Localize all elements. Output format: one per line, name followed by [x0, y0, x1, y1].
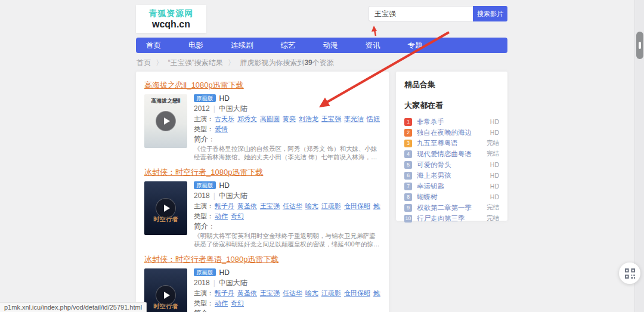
actor-link[interactable]: 刘浩龙	[299, 115, 318, 122]
search-input[interactable]	[369, 6, 473, 21]
play-icon[interactable]	[156, 285, 176, 305]
ranking-title-link[interactable]: 幸运钥匙	[417, 182, 488, 191]
ranking-status: HD	[490, 118, 499, 125]
nav-item-专题[interactable]: 专题	[408, 41, 423, 51]
ranking-title-link[interactable]: 现代爱情恋曲粤语	[417, 150, 484, 159]
actor-link[interactable]: 王宝强	[260, 202, 280, 209]
actors-label: 主演：	[194, 115, 213, 122]
ranking-title-link[interactable]: 非常杀手	[417, 118, 488, 126]
actors-row: 主演：古天乐郑秀文高圆圆黄奕刘浩龙王宝强李光洁恬妞	[194, 115, 380, 123]
nav-item-资讯[interactable]: 资讯	[366, 41, 380, 51]
poster-thumbnail[interactable]: 时空行者	[144, 181, 187, 235]
actor-link[interactable]: 李光洁	[344, 115, 364, 122]
poster-thumbnail[interactable]: 时空行者	[144, 268, 187, 312]
quality-label: HD	[219, 181, 230, 190]
divider: |	[213, 279, 215, 287]
breadcrumb-home[interactable]: 首页	[137, 58, 151, 67]
ranking-item[interactable]: 9权欲第二章第一季完结	[404, 202, 499, 213]
actor-link[interactable]: 王宝强	[260, 289, 280, 296]
actor-link[interactable]: 甄子丹	[215, 202, 234, 209]
actor-link[interactable]: 甄子丹	[215, 289, 234, 296]
result-title-link[interactable]: 冰封侠：时空行者粤语_1080p迅雷下载	[144, 254, 278, 265]
rank-badge: 5	[404, 161, 412, 169]
ranking-item[interactable]: 6海上老男孩HD	[404, 170, 499, 181]
actor-link[interactable]: 任达华	[283, 289, 302, 296]
nav-item-连续剧[interactable]: 连续剧	[231, 41, 253, 51]
actor-link[interactable]: 喻亢	[305, 289, 318, 296]
actor-link[interactable]: 任达华	[283, 202, 302, 209]
ranking-item[interactable]: 2独自在夜晚的海边HD	[404, 127, 499, 138]
nav-item-动漫[interactable]: 动漫	[323, 41, 338, 51]
result-body: 时空行者原画版HD2018|中国大陆主演：甄子丹黄圣依王宝强任达华喻亢江疏影仓田…	[144, 268, 380, 312]
actor-link[interactable]: 黄奕	[283, 115, 296, 122]
result-info: 原画版HD2018|中国大陆主演：甄子丹黄圣依王宝强任达华喻亢江疏影仓田保昭鲍起…	[194, 181, 380, 248]
ranking-item[interactable]: 8蝴蝶树HD	[404, 191, 499, 202]
actor-link[interactable]: 郑秀文	[237, 115, 257, 122]
search-button[interactable]: 搜索影片	[473, 6, 507, 21]
play-icon[interactable]	[156, 111, 176, 131]
result-title-link[interactable]: 冰封侠：时空行者_1080p迅雷下载	[144, 167, 263, 178]
ranking-item[interactable]: 10行尸走肉第三季完结	[404, 213, 499, 224]
poster-thumbnail[interactable]: 高海拔之戀Ⅱ	[144, 94, 187, 148]
type-link[interactable]: 奇幻	[231, 299, 244, 307]
sidebar-title: 精品合集	[404, 79, 499, 90]
types-row: 类型：动作奇幻	[194, 212, 380, 221]
ranking-item[interactable]: 4现代爱情恋曲粤语完结	[404, 149, 499, 159]
actor-link[interactable]: 黄圣依	[237, 202, 257, 209]
actor-link[interactable]: 仓田保昭	[344, 202, 370, 209]
result-info: 原画版HD2012|中国大陆主演：古天乐郑秀文高圆圆黄奕刘浩龙王宝强李光洁恬妞类…	[194, 94, 380, 161]
type-link[interactable]: 动作	[215, 299, 228, 307]
main-row: 高海拔之恋Ⅱ_1080p迅雷下载高海拔之戀Ⅱ原画版HD2012|中国大陆主演：古…	[136, 72, 507, 312]
year-label: 2018	[194, 191, 210, 200]
type-link[interactable]: 动作	[215, 212, 228, 220]
type-link[interactable]: 爱情	[215, 125, 228, 132]
breadcrumb-separator: 〉	[228, 58, 235, 67]
ranking-item[interactable]: 7幸运钥匙HD	[404, 181, 499, 191]
nav-item-综艺[interactable]: 综艺	[281, 41, 296, 51]
intro-label: 简介：	[194, 222, 380, 231]
actor-link[interactable]: 江疏影	[321, 289, 341, 296]
ranking-title-link[interactable]: 可爱的骨头	[417, 160, 488, 169]
actor-link[interactable]: 恬妞	[367, 115, 380, 122]
ranking-title-link[interactable]: 行尸走肉第三季	[417, 214, 484, 223]
nav-item-电影[interactable]: 电影	[188, 41, 203, 51]
actor-link[interactable]: 古天乐	[215, 115, 234, 122]
rank-badge: 3	[404, 140, 412, 147]
actor-link[interactable]: 仓田保昭	[344, 289, 370, 296]
breadcrumb: 首页 〉 “王宝强”搜索结果 〉 胖虎影视为你搜索到39个资源	[137, 58, 507, 68]
result-body: 时空行者原画版HD2018|中国大陆主演：甄子丹黄圣依王宝强任达华喻亢江疏影仓田…	[144, 181, 380, 248]
quality-label: HD	[219, 94, 230, 103]
types-row: 类型：爱情	[194, 125, 380, 134]
actor-link[interactable]: 高圆圆	[260, 115, 280, 122]
ranking-item[interactable]: 3九五至尊粤语完结	[404, 138, 499, 149]
type-link[interactable]: 奇幻	[231, 212, 244, 220]
result-description: 《明朝大将军贺英利用时空金球终于重返明朝，与锦衣卫兄弟萨鎏获悉了倭寇和朝廷奸党之…	[194, 231, 380, 248]
ranking-item[interactable]: 5可爱的骨头HD	[404, 159, 499, 170]
ranking-title-link[interactable]: 海上老男孩	[417, 171, 488, 180]
qrcode-button[interactable]	[619, 262, 640, 284]
ranking-item[interactable]: 1非常杀手HD	[404, 116, 499, 127]
ranking-status: HD	[490, 193, 499, 200]
actor-link[interactable]: 喻亢	[305, 202, 318, 209]
intro-label: 简介：	[194, 309, 380, 312]
ranking-title-link[interactable]: 权欲第二章第一季	[417, 203, 484, 212]
ranking-title-link[interactable]: 蝴蝶树	[417, 193, 488, 202]
rank-badge: 4	[404, 150, 412, 158]
result-title-link[interactable]: 高海拔之恋Ⅱ_1080p迅雷下载	[144, 80, 244, 91]
rank-badge: 2	[404, 129, 412, 137]
actor-link[interactable]: 鲍起静	[373, 202, 380, 209]
play-icon[interactable]	[156, 198, 176, 218]
result-description: 《位于香格里拉深山的自然景区，阿秀（郑秀文 饰）和大妹、小妹经营着林海旅馆。她的…	[194, 144, 380, 161]
site-logo[interactable]: 青狐资源网 wcqh.cn	[136, 5, 206, 33]
scrollbar-thumb[interactable]	[636, 32, 643, 59]
nav-item-首页[interactable]: 首页	[146, 41, 161, 51]
actor-link[interactable]: 鲍起静	[373, 289, 380, 296]
actor-link[interactable]: 黄圣依	[237, 289, 257, 296]
ranking-title-link[interactable]: 独自在夜晚的海边	[417, 128, 488, 137]
actor-link[interactable]: 江疏影	[321, 202, 341, 209]
status-url: p1mk.xnl.icu/index.php/vod/detail/id/257…	[0, 302, 147, 312]
region-label: 中国大陆	[219, 104, 247, 113]
ranking-status: HD	[490, 183, 499, 190]
ranking-title-link[interactable]: 九五至尊粤语	[417, 139, 484, 148]
actor-link[interactable]: 王宝强	[321, 115, 341, 122]
